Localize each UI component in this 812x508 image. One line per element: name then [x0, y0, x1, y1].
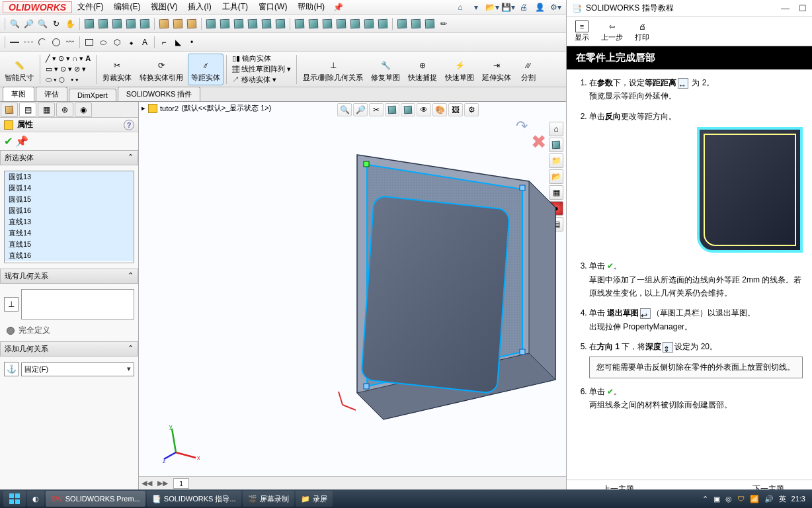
- list-item[interactable]: 直线13: [5, 216, 134, 228]
- open-icon[interactable]: 📂▾: [485, 1, 499, 13]
- save-icon[interactable]: 💾▾: [501, 1, 515, 13]
- hud-style-icon[interactable]: [401, 103, 415, 116]
- task-ime[interactable]: ◐: [27, 491, 44, 507]
- feat-boundary-icon[interactable]: [260, 17, 273, 30]
- tray-ime[interactable]: 英: [779, 494, 786, 504]
- feat-extrude-icon[interactable]: [204, 17, 218, 30]
- sk-circle-icon[interactable]: [50, 36, 63, 49]
- feat-dome-icon[interactable]: [423, 17, 436, 30]
- cmd-move[interactable]: ↗ 移动实体 ▾: [232, 75, 291, 85]
- fixed-combo[interactable]: 固定(F): [21, 362, 134, 376]
- sk-polygon-icon[interactable]: ⬡: [110, 36, 124, 49]
- feat-mirror-icon[interactable]: [335, 17, 348, 30]
- tp-home-icon[interactable]: ⌂: [549, 122, 563, 136]
- feat-flex-icon[interactable]: ✏: [437, 17, 450, 30]
- maximize-icon[interactable]: ☐: [799, 3, 807, 13]
- relations-box[interactable]: [21, 289, 134, 319]
- tray-app1-icon[interactable]: ▣: [713, 495, 720, 503]
- sk-spline-icon[interactable]: 〰: [63, 36, 77, 49]
- tut-back-button[interactable]: ⇦ 上一步: [601, 21, 623, 42]
- list-item[interactable]: 圆弧15: [5, 194, 134, 205]
- hud-orient-icon[interactable]: [385, 103, 399, 116]
- sk-ellipse-icon[interactable]: ⬥: [124, 36, 138, 49]
- list-item[interactable]: 直线15: [5, 239, 134, 250]
- sheet-tab-1[interactable]: 1: [173, 478, 189, 489]
- cmd-smart-dimension[interactable]: 📏智能尺寸: [1, 54, 37, 85]
- sk-line-small[interactable]: ╱ ▾ ⊙ ▾ ∩ ▾ A: [46, 54, 91, 63]
- task-folder[interactable]: 📁录屏: [296, 491, 333, 507]
- menu-view[interactable]: 视图(V): [145, 1, 183, 13]
- tool-zoom-icon[interactable]: 🔍: [8, 17, 21, 30]
- feat-pattern-icon[interactable]: [321, 17, 334, 30]
- tray-time[interactable]: 21:3: [792, 495, 805, 503]
- cmd-offset[interactable]: ⫽等距实体: [188, 54, 223, 85]
- doc-name[interactable]: tutor2: [160, 105, 179, 112]
- menu-file[interactable]: 文件(F): [72, 1, 108, 13]
- sk-point-icon[interactable]: •: [185, 36, 198, 49]
- ok-icon[interactable]: ✔: [4, 135, 13, 148]
- sk-arc-icon[interactable]: [36, 36, 49, 49]
- sk-slot-small[interactable]: ⬭ ▾ ⬡ • ▾: [46, 75, 91, 84]
- tab-sketch[interactable]: 草图: [3, 87, 34, 101]
- viewport[interactable]: ▸ tutor2 (默认<<默认>_显示状态 1>) 🔍 🔎 ✂ 👁 🎨 🖼 ⚙…: [139, 102, 566, 489]
- sk-fillet-icon[interactable]: ⌐: [157, 36, 171, 49]
- section-add-relations[interactable]: 添加几何关系⌃: [0, 341, 138, 357]
- ptab-dimxpert-icon[interactable]: ⊕: [56, 103, 73, 117]
- section-selected[interactable]: 所选实体⌃: [0, 150, 138, 165]
- cmd-trim[interactable]: ✂剪裁实体: [99, 54, 135, 85]
- feat-sweep-icon[interactable]: [232, 17, 245, 30]
- feat-fillet-icon[interactable]: [274, 17, 287, 30]
- feat-cut-icon[interactable]: [293, 17, 306, 30]
- hud-zoom-icon[interactable]: 🔍: [337, 103, 352, 116]
- sheet-next-icon[interactable]: ▶▶: [155, 479, 171, 487]
- tray-shield-icon[interactable]: 🛡: [737, 495, 745, 503]
- tut-print-button[interactable]: 🖨 打印: [635, 21, 649, 42]
- start-button[interactable]: [3, 491, 26, 507]
- tab-dimxpert[interactable]: DimXpert: [69, 89, 116, 101]
- hud-appear-icon[interactable]: 🎨: [432, 103, 447, 116]
- list-item[interactable]: 圆弧14: [5, 183, 134, 194]
- feat-draft-icon[interactable]: [362, 17, 376, 30]
- hud-hide-icon[interactable]: 👁: [417, 103, 431, 116]
- view-section-icon[interactable]: [157, 17, 171, 30]
- sk-centerline-icon[interactable]: [22, 36, 35, 49]
- hud-setting-icon[interactable]: ⚙: [464, 103, 479, 116]
- cmd-rapid[interactable]: ⚡快速草图: [442, 54, 477, 85]
- tool-loupe-icon[interactable]: 🔍: [36, 17, 49, 30]
- menu-insert[interactable]: 插入(I): [183, 1, 216, 13]
- feat-revolve-icon[interactable]: [218, 17, 231, 30]
- tool-pan-icon[interactable]: ✋: [63, 17, 77, 30]
- print-icon[interactable]: 🖨: [516, 1, 531, 13]
- tab-evaluate[interactable]: 评估: [36, 87, 67, 101]
- user-icon[interactable]: 👤: [532, 1, 547, 13]
- feat-wrap-icon[interactable]: [395, 17, 409, 30]
- view-shaded-icon[interactable]: [83, 17, 96, 30]
- cmd-split[interactable]: ⫻分割: [516, 54, 541, 85]
- task-tutorial[interactable]: 📑SOLIDWORKS 指导...: [147, 491, 241, 507]
- menu-edit[interactable]: 编辑(E): [108, 1, 145, 13]
- list-item[interactable]: 直线16: [5, 250, 134, 261]
- task-recorder[interactable]: 🎬屏幕录制: [243, 491, 294, 507]
- sheet-prev-icon[interactable]: ◀◀: [139, 479, 155, 487]
- rotate-arrow-icon[interactable]: ↷: [516, 118, 528, 135]
- ptab-property-icon[interactable]: ▤: [19, 103, 36, 117]
- feat-intersect-icon[interactable]: [409, 17, 423, 30]
- tray-up-icon[interactable]: ⌃: [702, 495, 708, 503]
- menu-window[interactable]: 窗口(W): [253, 1, 292, 13]
- cmd-snap[interactable]: ⊕快速捕捉: [405, 54, 440, 85]
- sk-rect-icon[interactable]: [83, 36, 96, 49]
- new-icon[interactable]: ▾: [469, 1, 483, 13]
- view-hidden-icon[interactable]: [110, 17, 124, 30]
- view-edges-icon[interactable]: [124, 17, 138, 30]
- hud-scene-icon[interactable]: 🖼: [448, 103, 463, 116]
- tool-rotate-icon[interactable]: ↻: [50, 17, 63, 30]
- list-item[interactable]: 直线14: [5, 228, 134, 239]
- tray-app2-icon[interactable]: ◎: [725, 495, 732, 503]
- tray-wifi-icon[interactable]: 📶: [750, 495, 759, 503]
- sk-line-icon[interactable]: [8, 36, 21, 49]
- cmd-extrude[interactable]: ⇥延伸实体: [479, 54, 514, 85]
- sk-text-icon[interactable]: A: [138, 36, 151, 49]
- sk-rect-small[interactable]: ▭ ▾ ⊙ ▾ ⊘ ▾: [46, 65, 91, 73]
- feat-hole-icon[interactable]: [307, 17, 320, 30]
- sk-slot-icon[interactable]: ⬭: [97, 36, 110, 49]
